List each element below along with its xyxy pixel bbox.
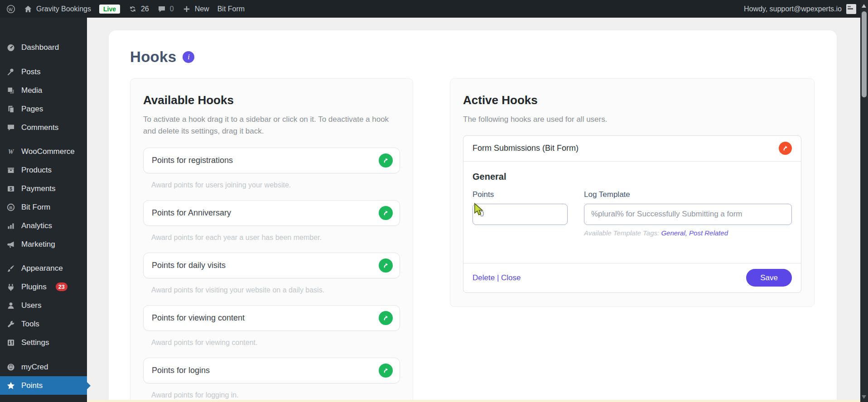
- hook-description: Award points for logging in.: [151, 391, 400, 399]
- link-separator: |: [497, 273, 499, 282]
- wrench-icon: [6, 320, 15, 329]
- sidebar-item-points[interactable]: Points: [0, 376, 87, 395]
- scrollbar-down-arrow[interactable]: [862, 395, 866, 399]
- form-submissions-hook-box: Form Submissions (Bit Form) General Poin…: [463, 135, 801, 293]
- hook-card-logins[interactable]: Points for logins: [143, 358, 400, 383]
- plug-icon: [6, 282, 15, 292]
- howdy-account-menu[interactable]: Howdy, support@wpexperts.io: [744, 5, 842, 13]
- sidebar-item-settings[interactable]: Settings: [0, 333, 87, 352]
- active-hooks-description: The following hooks are used for all use…: [463, 114, 801, 125]
- site-menu[interactable]: Gravity Bookings: [24, 5, 91, 14]
- activate-arrow-icon[interactable]: [379, 206, 393, 220]
- page-title: Hooks: [130, 48, 176, 66]
- page-scrollbar[interactable]: [860, 0, 868, 402]
- hook-label: Points for logins: [152, 366, 210, 375]
- sidebar-item-plugins[interactable]: Plugins 23: [0, 278, 87, 296]
- sidebar-item-label: Marketing: [21, 240, 55, 249]
- main-content: Hooks i Available Hooks To activate a ho…: [87, 18, 860, 402]
- hook-description: Award points for visiting your website o…: [151, 286, 400, 294]
- home-icon: [24, 5, 33, 14]
- hook-card-anniversary[interactable]: Points for Anniversary: [143, 200, 400, 226]
- brush-icon: [6, 264, 15, 273]
- sidebar-item-label: WooCommerce: [21, 147, 75, 156]
- bit-form-label: Bit Form: [217, 5, 245, 13]
- hook-label: Points for registrations: [152, 156, 233, 165]
- comment-bubble-icon: [157, 5, 166, 14]
- activate-arrow-icon[interactable]: [379, 364, 393, 378]
- sidebar-item-mycred[interactable]: myCred: [0, 358, 87, 376]
- bar-chart-icon: [6, 221, 15, 230]
- sidebar-item-label: Posts: [21, 67, 41, 77]
- hook-label: Points for daily visits: [152, 261, 226, 270]
- sidebar-item-label: Analytics: [21, 221, 52, 230]
- hook-description: Award points for viewing content.: [151, 339, 400, 347]
- updates-menu[interactable]: 26: [128, 5, 149, 14]
- hook-box-footer: Delete | Close Save: [463, 263, 801, 292]
- media-icon: [6, 86, 15, 95]
- comment-count: 0: [170, 5, 174, 13]
- template-tags-prefix: Available Template Tags:: [584, 229, 661, 237]
- sidebar-item-label: Dashboard: [21, 43, 59, 52]
- admin-sidebar: Dashboard Posts Media Pages Comments W W…: [0, 18, 87, 402]
- updates-icon: [128, 5, 137, 14]
- sidebar-item-label: Bit Form: [21, 203, 50, 212]
- form-submissions-header[interactable]: Form Submissions (Bit Form): [463, 136, 801, 162]
- sidebar-item-label: Products: [21, 166, 52, 175]
- sidebar-item-label: Points: [21, 381, 43, 390]
- scrollbar-up-arrow[interactable]: [862, 4, 866, 8]
- bit-form-menu[interactable]: Bit Form: [217, 5, 245, 13]
- delete-link[interactable]: Delete: [473, 273, 495, 282]
- sidebar-item-analytics[interactable]: Analytics: [0, 216, 87, 235]
- sidebar-item-bit-form[interactable]: B Bit Form: [0, 198, 87, 216]
- activate-arrow-icon[interactable]: [379, 258, 393, 273]
- close-link[interactable]: Close: [501, 273, 521, 282]
- sidebar-item-media[interactable]: Media: [0, 81, 87, 100]
- deactivate-arrow-icon[interactable]: [779, 142, 792, 155]
- available-hooks-title: Available Hooks: [143, 93, 400, 107]
- comment-bubble-icon: [6, 123, 15, 132]
- hook-card-daily-visits[interactable]: Points for daily visits: [143, 253, 400, 278]
- sidebar-item-appearance[interactable]: Appearance: [0, 259, 87, 278]
- hook-card-registrations[interactable]: Points for registrations: [143, 148, 400, 173]
- sidebar-item-label: Payments: [21, 184, 56, 193]
- sidebar-item-label: myCred: [21, 363, 48, 372]
- points-input[interactable]: [473, 204, 568, 225]
- woocommerce-icon: W: [6, 147, 15, 156]
- person-icon: [6, 301, 15, 310]
- sidebar-item-pages[interactable]: Pages: [0, 100, 87, 118]
- sidebar-item-woocommerce[interactable]: W WooCommerce: [0, 142, 87, 161]
- site-name: Gravity Bookings: [36, 5, 91, 13]
- log-template-input[interactable]: [584, 204, 792, 225]
- plus-icon: [182, 5, 191, 14]
- mycred-face-icon: [6, 363, 15, 372]
- avatar[interactable]: [846, 4, 856, 14]
- sidebar-item-comments[interactable]: Comments: [0, 118, 87, 137]
- star-icon: [6, 381, 15, 390]
- sidebar-item-tools[interactable]: Tools: [0, 315, 87, 333]
- sidebar-item-users[interactable]: Users: [0, 296, 87, 315]
- comments-menu[interactable]: 0: [157, 5, 174, 14]
- activate-arrow-icon[interactable]: [379, 311, 393, 325]
- hooks-page-card: Hooks i Available Hooks To activate a ho…: [109, 30, 837, 402]
- active-hooks-panel: Active Hooks The following hooks are use…: [450, 78, 815, 307]
- dollar-card-icon: $: [6, 184, 15, 193]
- activate-arrow-icon[interactable]: [379, 153, 393, 168]
- template-tags-links[interactable]: General, Post Related: [661, 229, 728, 237]
- hook-card-viewing-content[interactable]: Points for viewing content: [143, 305, 400, 331]
- environment-badge: Live: [99, 5, 120, 14]
- new-content-menu[interactable]: New: [182, 5, 209, 14]
- save-button[interactable]: Save: [746, 269, 792, 287]
- sidebar-item-marketing[interactable]: Marketing: [0, 235, 87, 254]
- sidebar-item-posts[interactable]: Posts: [0, 62, 87, 81]
- plugins-update-badge: 23: [56, 282, 68, 291]
- scrollbar-thumb[interactable]: [862, 11, 867, 97]
- sidebar-item-label: Settings: [21, 338, 49, 347]
- svg-text:B: B: [10, 205, 13, 210]
- sidebar-item-payments[interactable]: $ Payments: [0, 179, 87, 198]
- sidebar-item-products[interactable]: Products: [0, 161, 87, 179]
- sidebar-item-dashboard[interactable]: Dashboard: [0, 38, 87, 57]
- info-icon[interactable]: i: [183, 51, 194, 63]
- wordpress-menu[interactable]: [6, 5, 15, 14]
- active-hooks-title: Active Hooks: [463, 93, 801, 107]
- sidebar-item-label: Appearance: [21, 264, 63, 273]
